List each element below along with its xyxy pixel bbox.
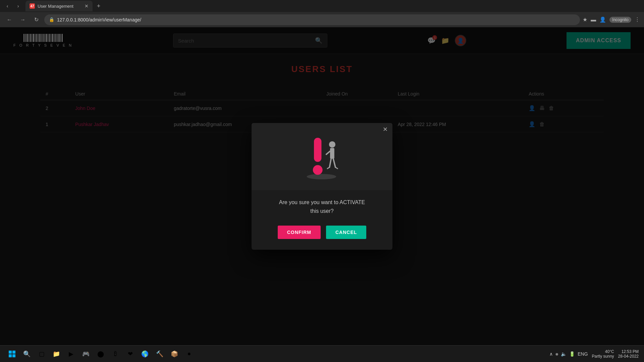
svg-rect-1 (314, 138, 321, 162)
back-button[interactable]: ← (4, 14, 15, 25)
games-button[interactable]: 🎮 (79, 347, 93, 361)
taskbar: 🔍 ▢ 📁 ▶ 🎮 ⬤ ₿ ❤ 🌎 🔨 📦 ● ∧ ⎈ 🔈 🔋 ENG 40°C… (0, 345, 644, 362)
tab-bar: ‹ › 47 User Management ✕ + (0, 0, 644, 12)
weather-temp: 40°C (592, 349, 614, 354)
media-player-button[interactable]: ▶ (64, 347, 78, 361)
confirm-button[interactable]: CONFIRM (278, 226, 321, 239)
taskbar-right: ∧ ⎈ 🔈 🔋 ENG 40°C Partly sunny 12:53 PM 2… (549, 349, 639, 359)
health-button[interactable]: ❤ (123, 347, 137, 361)
svg-rect-10 (9, 351, 12, 354)
system-tray-icons: ∧ ⎈ 🔈 🔋 ENG (549, 351, 588, 357)
modal-message: Are you sure you want to ACTIVATE this u… (262, 198, 382, 215)
ide-button[interactable]: 🔨 (153, 347, 166, 361)
battery-icon[interactable]: 🔋 (569, 351, 575, 357)
modal-body: Are you sure you want to ACTIVATE this u… (252, 190, 392, 249)
windows-icon (9, 351, 15, 357)
svg-line-8 (327, 167, 329, 169)
tab-nav-prev[interactable]: ‹ (3, 1, 12, 11)
svg-line-6 (329, 159, 331, 168)
svg-line-5 (326, 151, 330, 155)
taskbar-left: 🔍 ▢ 📁 ▶ 🎮 ⬤ ₿ ❤ 🌎 🔨 📦 ● (5, 347, 196, 361)
extensions-icon[interactable]: ▬ (591, 17, 596, 23)
modal-buttons: CONFIRM CANCEL (262, 226, 382, 239)
address-bar[interactable]: 🔒 127.0.0.1:8000/adminView/userManage/ (44, 14, 580, 25)
warning-illustration (299, 130, 345, 183)
lock-icon: 🔒 (49, 17, 54, 22)
svg-rect-12 (9, 354, 12, 357)
svg-rect-11 (12, 351, 15, 354)
explorer-button[interactable]: 📁 (50, 347, 63, 361)
tab-close-button[interactable]: ✕ (85, 3, 89, 9)
weather-desc: Partly sunny (592, 354, 614, 359)
reload-button[interactable]: ↻ (31, 14, 42, 25)
svg-point-0 (307, 174, 336, 179)
cancel-button[interactable]: CANCEL (326, 226, 366, 239)
svg-rect-13 (12, 354, 15, 357)
app-content: F O R T Y S E V E N 🔍 💬 1 📁 👤 ADMIN ACCE… (0, 27, 644, 345)
browser-actions: ★ ▬ 👤 Incognito ⋮ (583, 16, 640, 23)
browser-tab-active[interactable]: 47 User Management ✕ (25, 1, 93, 11)
task-view-button[interactable]: ▢ (35, 347, 48, 361)
search-taskbar-button[interactable]: 🔍 (20, 347, 34, 361)
network-icon[interactable]: ⎈ (555, 351, 558, 357)
browser-toolbar: ← → ↻ 🔒 127.0.0.1:8000/adminView/userMan… (0, 12, 644, 27)
modal-overlay: ✕ (0, 27, 644, 345)
circle-app-button[interactable]: ⬤ (94, 347, 107, 361)
clock-time: 12:53 PM (618, 349, 639, 354)
modal-dialog: ✕ (252, 123, 392, 249)
incognito-badge: Incognito (609, 17, 631, 23)
forward-button[interactable]: → (17, 14, 28, 25)
taskbar-time: 12:53 PM 28-04-2022 (618, 349, 639, 359)
modal-close-button[interactable]: ✕ (383, 126, 388, 132)
tab-favicon: 47 (30, 3, 35, 9)
tab-nav-buttons: ‹ › (3, 1, 23, 11)
tab-nav-next[interactable]: › (13, 1, 23, 11)
lang-label[interactable]: ENG (578, 351, 588, 357)
menu-icon[interactable]: ⋮ (635, 16, 640, 23)
files-button[interactable]: 📦 (168, 347, 181, 361)
new-tab-button[interactable]: + (94, 1, 103, 11)
svg-line-9 (335, 167, 337, 169)
chrome-button[interactable]: ● (182, 347, 196, 361)
taskbar-weather: 40°C Partly sunny (592, 349, 614, 359)
svg-point-3 (329, 141, 335, 148)
clock-date: 28-04-2022 (618, 354, 639, 359)
start-button[interactable] (5, 347, 19, 361)
svg-rect-4 (330, 148, 334, 159)
browser-chrome: ‹ › 47 User Management ✕ + ← → ↻ 🔒 127.0… (0, 0, 644, 27)
svg-point-2 (313, 165, 323, 175)
sound-icon[interactable]: 🔈 (561, 351, 567, 357)
modal-illustration (252, 123, 392, 190)
crypto-button[interactable]: ₿ (109, 347, 122, 361)
url-text: 127.0.0.1:8000/adminView/userManage/ (57, 17, 141, 22)
svg-line-7 (333, 159, 335, 168)
profile-icon[interactable]: 👤 (599, 16, 606, 23)
bookmark-icon[interactable]: ★ (583, 16, 587, 23)
edge-button[interactable]: 🌎 (138, 347, 152, 361)
tab-title: User Management (38, 4, 73, 9)
tray-chevron[interactable]: ∧ (549, 351, 553, 357)
